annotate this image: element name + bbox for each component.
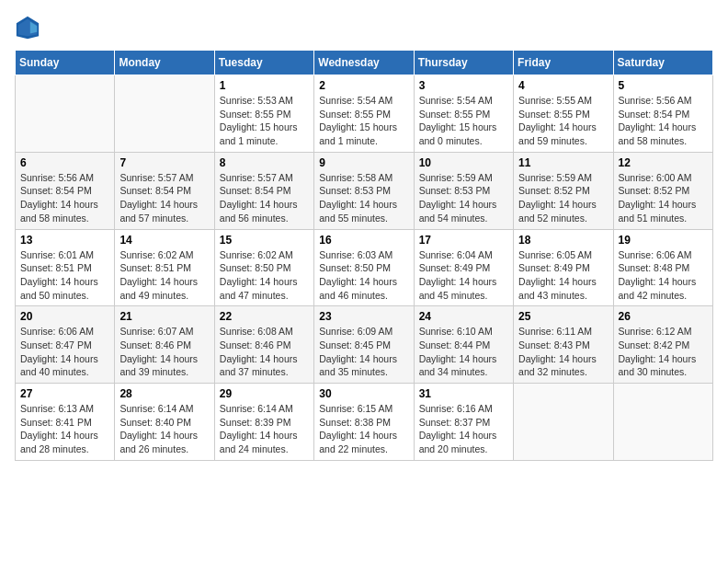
day-info: Sunrise: 6:01 AMSunset: 8:51 PMDaylight:… — [20, 248, 109, 303]
calendar-cell: 9Sunrise: 5:58 AMSunset: 8:53 PMDaylight… — [314, 152, 414, 229]
calendar-cell: 11Sunrise: 5:59 AMSunset: 8:52 PMDayligh… — [514, 152, 613, 229]
day-info: Sunrise: 5:54 AMSunset: 8:55 PMDaylight:… — [319, 94, 408, 148]
calendar-cell: 13Sunrise: 6:01 AMSunset: 8:51 PMDayligh… — [16, 229, 115, 306]
weekday-header-saturday: Saturday — [613, 51, 712, 75]
weekday-header-wednesday: Wednesday — [314, 51, 414, 75]
day-info: Sunrise: 6:00 AMSunset: 8:52 PMDaylight:… — [619, 171, 708, 225]
weekday-header-sunday: Sunday — [16, 51, 115, 75]
calendar-cell: 23Sunrise: 6:09 AMSunset: 8:45 PMDayligh… — [314, 306, 414, 384]
day-info: Sunrise: 6:06 AMSunset: 8:47 PMDaylight:… — [20, 325, 109, 379]
day-number: 23 — [319, 310, 408, 323]
day-number: 27 — [20, 387, 109, 400]
day-number: 5 — [619, 79, 708, 92]
day-info: Sunrise: 5:57 AMSunset: 8:54 PMDaylight:… — [220, 171, 309, 225]
day-number: 25 — [518, 310, 608, 323]
day-info: Sunrise: 5:56 AMSunset: 8:54 PMDaylight:… — [619, 94, 708, 148]
day-number: 7 — [119, 156, 209, 169]
day-info: Sunrise: 5:54 AMSunset: 8:55 PMDaylight:… — [419, 94, 508, 148]
calendar-cell — [514, 384, 613, 461]
calendar-week-row: 1Sunrise: 5:53 AMSunset: 8:55 PMDaylight… — [16, 75, 713, 153]
day-info: Sunrise: 6:06 AMSunset: 8:48 PMDaylight:… — [619, 248, 708, 303]
day-number: 20 — [20, 310, 109, 323]
calendar-cell: 6Sunrise: 5:56 AMSunset: 8:54 PMDaylight… — [16, 152, 115, 229]
logo-icon — [15, 15, 40, 40]
day-info: Sunrise: 6:08 AMSunset: 8:46 PMDaylight:… — [220, 325, 309, 379]
calendar-cell: 16Sunrise: 6:03 AMSunset: 8:50 PMDayligh… — [314, 229, 414, 306]
day-number: 6 — [20, 156, 109, 169]
day-info: Sunrise: 5:55 AMSunset: 8:55 PMDaylight:… — [518, 94, 608, 148]
day-number: 24 — [419, 310, 508, 323]
calendar-cell: 14Sunrise: 6:02 AMSunset: 8:51 PMDayligh… — [115, 229, 214, 306]
weekday-header-monday: Monday — [115, 51, 214, 75]
calendar-cell: 2Sunrise: 5:54 AMSunset: 8:55 PMDaylight… — [314, 75, 414, 153]
day-number: 8 — [220, 156, 309, 169]
calendar-table: SundayMondayTuesdayWednesdayThursdayFrid… — [15, 50, 713, 461]
logo — [15, 15, 44, 40]
calendar-cell: 4Sunrise: 5:55 AMSunset: 8:55 PMDaylight… — [514, 75, 613, 153]
day-number: 11 — [518, 156, 608, 169]
day-number: 4 — [518, 79, 608, 92]
day-info: Sunrise: 6:02 AMSunset: 8:50 PMDaylight:… — [220, 248, 309, 303]
day-info: Sunrise: 6:15 AMSunset: 8:38 PMDaylight:… — [319, 402, 408, 456]
day-info: Sunrise: 6:12 AMSunset: 8:42 PMDaylight:… — [619, 325, 708, 379]
calendar-cell — [16, 75, 115, 153]
day-number: 13 — [20, 234, 109, 247]
day-number: 9 — [319, 156, 408, 169]
day-number: 2 — [319, 79, 408, 92]
day-number: 31 — [419, 387, 508, 400]
day-number: 3 — [419, 79, 508, 92]
calendar-week-row: 27Sunrise: 6:13 AMSunset: 8:41 PMDayligh… — [16, 384, 713, 461]
day-number: 12 — [619, 156, 708, 169]
calendar-cell — [115, 75, 214, 153]
weekday-header-tuesday: Tuesday — [214, 51, 313, 75]
day-info: Sunrise: 5:57 AMSunset: 8:54 PMDaylight:… — [119, 171, 209, 225]
day-number: 1 — [220, 79, 309, 92]
calendar-cell: 31Sunrise: 6:16 AMSunset: 8:37 PMDayligh… — [414, 384, 513, 461]
day-info: Sunrise: 5:59 AMSunset: 8:52 PMDaylight:… — [518, 171, 608, 225]
calendar-cell: 17Sunrise: 6:04 AMSunset: 8:49 PMDayligh… — [414, 229, 513, 306]
weekday-header-thursday: Thursday — [414, 51, 513, 75]
calendar-cell: 25Sunrise: 6:11 AMSunset: 8:43 PMDayligh… — [514, 306, 613, 384]
day-info: Sunrise: 6:07 AMSunset: 8:46 PMDaylight:… — [119, 325, 209, 379]
day-number: 29 — [220, 387, 309, 400]
day-info: Sunrise: 5:56 AMSunset: 8:54 PMDaylight:… — [20, 171, 109, 225]
calendar-cell: 8Sunrise: 5:57 AMSunset: 8:54 PMDaylight… — [214, 152, 313, 229]
calendar-cell: 21Sunrise: 6:07 AMSunset: 8:46 PMDayligh… — [115, 306, 214, 384]
day-info: Sunrise: 5:58 AMSunset: 8:53 PMDaylight:… — [319, 171, 408, 225]
calendar-week-row: 20Sunrise: 6:06 AMSunset: 8:47 PMDayligh… — [16, 306, 713, 384]
day-number: 18 — [518, 234, 608, 247]
day-info: Sunrise: 6:02 AMSunset: 8:51 PMDaylight:… — [119, 248, 209, 303]
calendar-week-row: 6Sunrise: 5:56 AMSunset: 8:54 PMDaylight… — [16, 152, 713, 229]
calendar-cell: 27Sunrise: 6:13 AMSunset: 8:41 PMDayligh… — [16, 384, 115, 461]
calendar-cell: 10Sunrise: 5:59 AMSunset: 8:53 PMDayligh… — [414, 152, 513, 229]
day-number: 21 — [119, 310, 209, 323]
day-info: Sunrise: 5:53 AMSunset: 8:55 PMDaylight:… — [220, 94, 309, 148]
page-header — [15, 15, 713, 40]
day-number: 26 — [619, 310, 708, 323]
day-number: 10 — [419, 156, 508, 169]
calendar-cell: 18Sunrise: 6:05 AMSunset: 8:49 PMDayligh… — [514, 229, 613, 306]
calendar-cell: 15Sunrise: 6:02 AMSunset: 8:50 PMDayligh… — [214, 229, 313, 306]
day-number: 14 — [119, 234, 209, 247]
day-number: 28 — [119, 387, 209, 400]
calendar-cell: 1Sunrise: 5:53 AMSunset: 8:55 PMDaylight… — [214, 75, 313, 153]
calendar-cell: 30Sunrise: 6:15 AMSunset: 8:38 PMDayligh… — [314, 384, 414, 461]
day-info: Sunrise: 6:10 AMSunset: 8:44 PMDaylight:… — [419, 325, 508, 379]
day-number: 30 — [319, 387, 408, 400]
day-info: Sunrise: 6:05 AMSunset: 8:49 PMDaylight:… — [518, 248, 608, 303]
calendar-header-row: SundayMondayTuesdayWednesdayThursdayFrid… — [16, 51, 713, 75]
day-number: 17 — [419, 234, 508, 247]
calendar-cell: 24Sunrise: 6:10 AMSunset: 8:44 PMDayligh… — [414, 306, 513, 384]
day-info: Sunrise: 6:13 AMSunset: 8:41 PMDaylight:… — [20, 402, 109, 456]
calendar-cell: 29Sunrise: 6:14 AMSunset: 8:39 PMDayligh… — [214, 384, 313, 461]
day-info: Sunrise: 5:59 AMSunset: 8:53 PMDaylight:… — [419, 171, 508, 225]
day-number: 19 — [619, 234, 708, 247]
calendar-cell: 26Sunrise: 6:12 AMSunset: 8:42 PMDayligh… — [613, 306, 712, 384]
day-number: 22 — [220, 310, 309, 323]
day-info: Sunrise: 6:09 AMSunset: 8:45 PMDaylight:… — [319, 325, 408, 379]
calendar-week-row: 13Sunrise: 6:01 AMSunset: 8:51 PMDayligh… — [16, 229, 713, 306]
calendar-body: 1Sunrise: 5:53 AMSunset: 8:55 PMDaylight… — [16, 75, 713, 461]
calendar-cell: 12Sunrise: 6:00 AMSunset: 8:52 PMDayligh… — [613, 152, 712, 229]
day-info: Sunrise: 6:03 AMSunset: 8:50 PMDaylight:… — [319, 248, 408, 303]
calendar-cell: 7Sunrise: 5:57 AMSunset: 8:54 PMDaylight… — [115, 152, 214, 229]
